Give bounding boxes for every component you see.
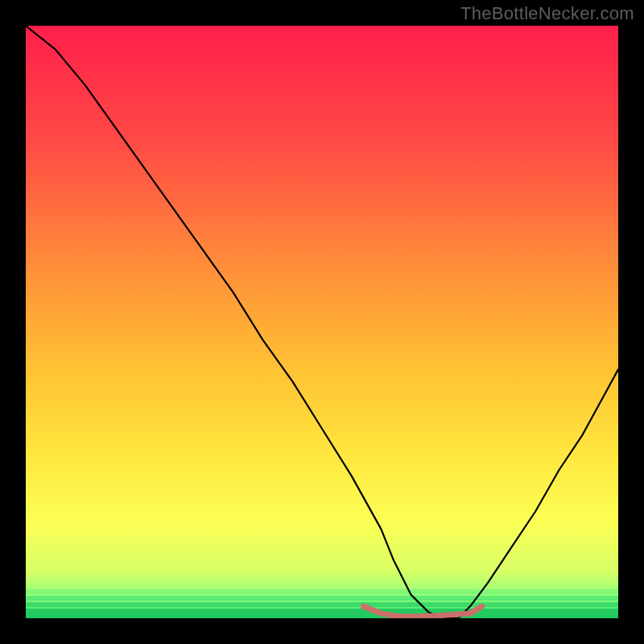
plot-frame <box>26 26 618 618</box>
gradient-fill <box>26 26 618 618</box>
svg-rect-2 <box>26 602 618 607</box>
plot-svg <box>26 26 618 618</box>
svg-rect-1 <box>26 596 618 601</box>
chart-root: TheBottleNecker.com <box>0 0 644 644</box>
watermark-text: TheBottleNecker.com <box>460 3 634 24</box>
svg-rect-3 <box>26 609 618 618</box>
green-banding <box>26 589 618 618</box>
svg-rect-0 <box>26 589 618 594</box>
